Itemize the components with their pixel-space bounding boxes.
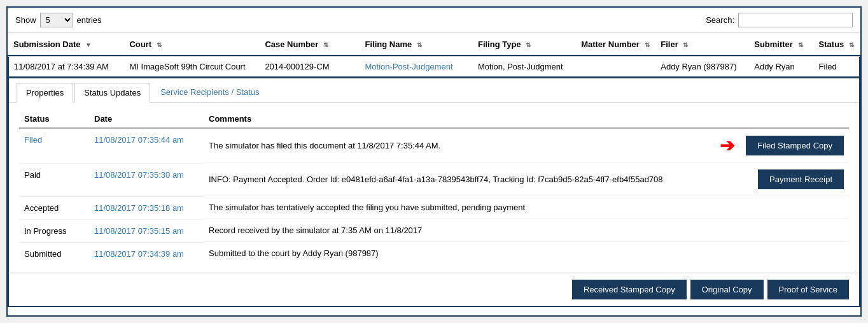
status-table: Status Date Comments Filed11/08/2017 07:…	[19, 110, 849, 265]
status-table-row: Filed11/08/2017 07:35:44 amThe simulator…	[19, 128, 849, 163]
top-bar: Show 5 10 25 50 100 entries Search:	[8, 8, 860, 32]
comment-text: INFO: Payment Accepted. Order Id: e0481e…	[209, 175, 752, 184]
arrow-indicator: ➔	[720, 135, 734, 156]
comment-cell: The simulator has tentatively accepted t…	[204, 196, 849, 219]
cell-filing-name[interactable]: Motion-Post-Judgement	[360, 56, 473, 77]
tab-status-updates[interactable]: Status Updates	[74, 83, 150, 103]
status-cell: Submitted	[19, 242, 89, 265]
search-bar: Search:	[706, 13, 853, 27]
cell-matter-number	[576, 56, 655, 77]
search-label: Search:	[706, 15, 734, 25]
sort-icon-filing-type: ⇅	[526, 41, 531, 48]
comment-text: The simulator has tentatively accepted t…	[209, 203, 844, 212]
tab-bar: Properties Status Updates Service Recipi…	[9, 78, 859, 103]
entries-select[interactable]: 5 10 25 50 100	[40, 13, 73, 27]
filed-stamped-copy-button[interactable]: Filed Stamped Copy	[746, 136, 844, 155]
status-cell: In Progress	[19, 219, 89, 242]
date-cell: 11/08/2017 07:35:18 am	[89, 196, 204, 219]
main-table-header: Submission Date ▼ Court ⇅ Case Number ⇅ …	[8, 33, 860, 57]
cell-filer: Addy Ryan (987987)	[655, 56, 749, 77]
comment-text: The simulator has filed this document at…	[209, 141, 713, 150]
original-copy-button[interactable]: Original Copy	[690, 280, 764, 299]
comment-col-header: Comments	[204, 110, 849, 128]
show-entries-control: Show 5 10 25 50 100 entries	[15, 13, 102, 27]
comment-cell: Record received by the simulator at 7:35…	[204, 219, 849, 242]
sort-icon-submission: ▼	[85, 41, 92, 48]
col-header-matter-number[interactable]: Matter Number ⇅	[576, 33, 655, 57]
date-col-header: Date	[89, 110, 204, 128]
tab-service-recipients[interactable]: Service Recipients / Status	[151, 83, 268, 102]
comment-text: Submitted to the court by Addy Ryan (987…	[209, 248, 844, 258]
col-header-status[interactable]: Status ⇅	[814, 33, 860, 57]
cell-status: Filed	[814, 56, 860, 77]
col-header-filer[interactable]: Filer ⇅	[655, 33, 749, 57]
col-header-case-number[interactable]: Case Number ⇅	[260, 33, 360, 57]
col-header-filing-type[interactable]: Filing Type ⇅	[473, 33, 576, 57]
status-cell: Paid	[19, 163, 89, 196]
status-table-row: Paid11/08/2017 07:35:30 amINFO: Payment …	[19, 163, 849, 196]
main-table: Submission Date ▼ Court ⇅ Case Number ⇅ …	[8, 32, 860, 78]
cell-submission-date: 11/08/2017 at 7:34:39 AM	[8, 56, 124, 77]
sort-icon-filing-name: ⇅	[417, 41, 422, 48]
search-input[interactable]	[738, 13, 853, 27]
cell-submitter: Addy Ryan	[749, 56, 813, 77]
sort-icon-court: ⇅	[157, 41, 162, 48]
entries-label: entries	[77, 15, 102, 25]
bottom-bar: Received Stamped Copy Original Copy Proo…	[9, 273, 859, 306]
status-cell: Filed	[19, 128, 89, 163]
cell-court: MI ImageSoft 99th Circuit Court	[124, 56, 260, 77]
date-cell: 11/08/2017 07:35:15 am	[89, 219, 204, 242]
payment-receipt-button[interactable]: Payment Receipt	[758, 169, 844, 189]
status-table-header: Status Date Comments	[19, 110, 849, 128]
sort-icon-status: ⇅	[849, 41, 854, 48]
sort-icon-case: ⇅	[323, 41, 328, 48]
status-cell: Accepted	[19, 196, 89, 219]
date-cell: 11/08/2017 07:35:30 am	[89, 163, 204, 196]
show-label: Show	[15, 15, 36, 25]
status-section: Status Date Comments Filed11/08/2017 07:…	[9, 103, 859, 273]
status-col-header: Status	[19, 110, 89, 128]
col-header-submitter[interactable]: Submitter ⇅	[749, 33, 813, 57]
comment-cell: INFO: Payment Accepted. Order Id: e0481e…	[204, 163, 849, 196]
proof-of-service-button[interactable]: Proof of Service	[767, 280, 850, 299]
cell-case-number: 2014-000129-CM	[260, 56, 360, 77]
status-table-row: Submitted11/08/2017 07:34:39 amSubmitted…	[19, 242, 849, 265]
comment-cell: The simulator has filed this document at…	[204, 129, 849, 163]
received-stamped-copy-button[interactable]: Received Stamped Copy	[572, 280, 687, 299]
date-cell: 11/08/2017 07:34:39 am	[89, 242, 204, 265]
sort-icon-submitter: ⇅	[798, 41, 803, 48]
comment-cell: Submitted to the court by Addy Ryan (987…	[204, 242, 849, 264]
sort-icon-filer: ⇅	[683, 41, 688, 48]
col-header-court[interactable]: Court ⇅	[124, 33, 260, 57]
comment-text: Record received by the simulator at 7:35…	[209, 226, 844, 235]
cell-filing-type: Motion, Post-Judgment	[473, 56, 576, 77]
tab-properties[interactable]: Properties	[17, 83, 73, 103]
detail-panel: Properties Status Updates Service Recipi…	[8, 78, 860, 307]
date-cell: 11/08/2017 07:35:44 am	[89, 128, 204, 163]
table-row[interactable]: 11/08/2017 at 7:34:39 AM MI ImageSoft 99…	[8, 56, 860, 77]
status-table-row: In Progress11/08/2017 07:35:15 amRecord …	[19, 219, 849, 242]
col-header-filing-name[interactable]: Filing Name ⇅	[360, 33, 473, 57]
sort-icon-matter: ⇅	[645, 41, 650, 48]
status-table-row: Accepted11/08/2017 07:35:18 amThe simula…	[19, 196, 849, 219]
col-header-submission-date[interactable]: Submission Date ▼	[8, 33, 124, 57]
